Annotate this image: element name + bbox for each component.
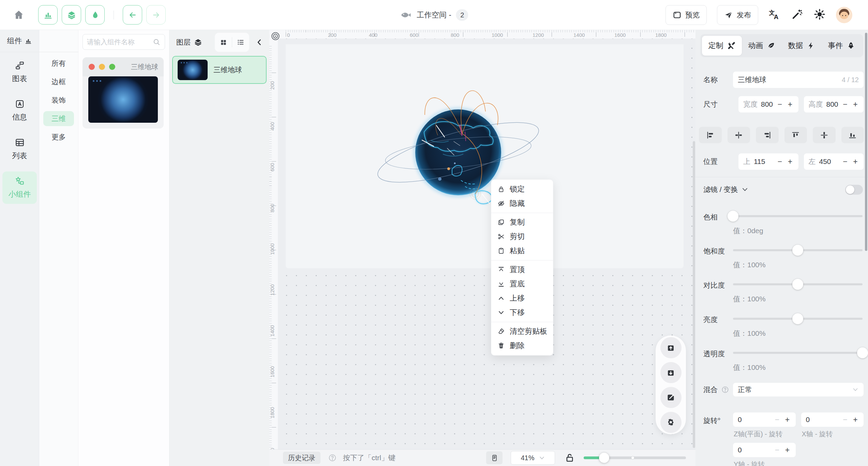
slider-thumb[interactable] [857, 347, 868, 358]
slider-track[interactable] [733, 215, 863, 217]
number-field-高度[interactable]: 高度800−+ [804, 96, 864, 112]
zoom-slider[interactable] [584, 453, 686, 463]
settings-button[interactable] [660, 412, 682, 433]
export-button[interactable] [660, 337, 682, 358]
increment-button[interactable]: + [786, 100, 794, 109]
slider-thumb[interactable] [792, 313, 803, 324]
tab-数据[interactable]: 数据 [782, 36, 822, 56]
preview-button[interactable]: 预览 [665, 5, 707, 25]
tab-事件[interactable]: 事件 [822, 36, 862, 56]
grid-view-button[interactable] [215, 33, 232, 52]
bar-chart-tool-button[interactable] [38, 5, 58, 25]
category-item-所有[interactable]: 所有 [43, 56, 74, 71]
align-h-center-button[interactable] [728, 127, 750, 143]
drop-tool-button[interactable] [85, 5, 105, 25]
increment-button[interactable]: + [786, 157, 794, 166]
help-icon[interactable] [721, 386, 729, 394]
align-v-center-button[interactable] [813, 127, 836, 143]
sun-button[interactable] [813, 8, 826, 22]
zoom-slider-thumb[interactable] [599, 453, 609, 463]
slider-track[interactable] [733, 352, 863, 354]
search-box[interactable] [83, 34, 165, 50]
decrement-button[interactable]: − [773, 415, 781, 424]
context-menu-item-置底[interactable]: 置底 [491, 277, 553, 291]
slider-thumb[interactable] [728, 211, 738, 222]
align-right-button[interactable] [756, 127, 779, 143]
collapse-panel-button[interactable] [254, 33, 265, 52]
wand-button[interactable] [791, 8, 803, 22]
number-field-上[interactable]: 上115−+ [738, 153, 798, 170]
increment-button[interactable]: + [783, 415, 792, 424]
align-left-button[interactable] [699, 127, 722, 143]
context-menu-item-复制[interactable]: 复制 [491, 215, 553, 229]
help-icon[interactable] [328, 453, 337, 462]
slider-thumb[interactable] [792, 245, 803, 256]
context-menu-item-删除[interactable]: 删除 [491, 339, 553, 353]
slider-thumb[interactable] [792, 279, 803, 290]
layers-tool-button[interactable] [62, 5, 81, 25]
decrement-button[interactable]: − [776, 100, 784, 109]
arrow-left-button[interactable] [123, 5, 142, 25]
number-field[interactable]: 0−+ [733, 412, 796, 427]
slider-track[interactable] [733, 249, 863, 251]
list-view-button[interactable] [232, 33, 249, 52]
home-icon[interactable] [13, 9, 25, 21]
increment-button[interactable]: + [851, 100, 859, 109]
layer-item[interactable]: 三维地球 [172, 56, 267, 84]
increment-button[interactable]: + [851, 415, 859, 424]
inspector-scrollbar[interactable] [865, 33, 867, 251]
decrement-button[interactable]: − [841, 100, 849, 109]
avatar[interactable] [836, 7, 852, 23]
sidebar-item-信息[interactable]: 信息 [2, 94, 37, 127]
align-bottom-button[interactable] [841, 127, 864, 143]
number-field-宽度[interactable]: 宽度800−+ [738, 96, 798, 112]
blend-select[interactable]: 正常 [733, 383, 864, 396]
context-menu-item-上移[interactable]: 上移 [491, 291, 553, 305]
search-input[interactable] [87, 38, 152, 46]
category-item-更多[interactable]: 更多 [43, 130, 74, 145]
number-field-左[interactable]: 左450−+ [804, 153, 864, 170]
context-menu-item-隐藏[interactable]: 隐藏 [491, 196, 553, 211]
sidebar-item-列表[interactable]: 列表 [2, 133, 37, 165]
lock-open-icon[interactable] [565, 453, 575, 463]
filter-transform-section[interactable]: 滤镜 / 变换 [703, 183, 863, 196]
context-menu-item-置顶[interactable]: 置顶 [491, 262, 553, 277]
canvas-area[interactable]: 0200400600800100012001400160018002000 20… [269, 30, 695, 466]
number-field[interactable]: 0−+ [801, 412, 864, 427]
name-input[interactable]: 三维地球 4 / 12 [733, 72, 864, 88]
history-button[interactable]: 历史记录 [283, 452, 320, 464]
import-button[interactable] [660, 362, 682, 383]
publish-button[interactable]: 发布 [717, 5, 758, 25]
increment-button[interactable]: + [783, 446, 792, 455]
align-top-button[interactable] [784, 127, 807, 143]
decrement-button[interactable]: − [773, 446, 781, 455]
sidebar-item-图表[interactable]: 图表 [2, 56, 37, 88]
context-menu-item-下移[interactable]: 下移 [491, 305, 553, 320]
category-item-装饰[interactable]: 装饰 [43, 93, 74, 108]
arrow-right-button[interactable] [146, 5, 166, 25]
component-card[interactable]: 三维地球 [83, 57, 164, 129]
decrement-button[interactable]: − [841, 415, 849, 424]
increment-button[interactable]: + [851, 157, 859, 166]
slider-track[interactable] [733, 283, 863, 285]
category-item-边框[interactable]: 边框 [43, 74, 74, 89]
context-menu-item-清空剪贴板[interactable]: 清空剪贴板 [491, 324, 553, 339]
number-field[interactable]: 0−+ [733, 443, 796, 457]
category-item-三维[interactable]: 三维 [43, 111, 74, 126]
decrement-button[interactable]: − [776, 157, 784, 166]
context-menu-item-剪切[interactable]: 剪切 [491, 229, 553, 244]
translate-button[interactable]: 文A [768, 8, 781, 22]
zoom-select[interactable]: 41% [511, 451, 555, 465]
context-menu-item-粘贴[interactable]: 粘贴 [491, 244, 553, 258]
tab-定制[interactable]: 定制 [702, 36, 742, 56]
decrement-button[interactable]: − [841, 157, 849, 166]
tab-动画[interactable]: 动画 [742, 36, 782, 56]
slider-track[interactable] [733, 318, 863, 320]
edit-button[interactable] [660, 387, 682, 408]
filter-toggle[interactable] [845, 185, 863, 195]
history-panel-button[interactable] [486, 451, 503, 464]
target-icon[interactable] [270, 31, 281, 42]
sidebar-item-小组件[interactable]: 小组件 [2, 171, 37, 204]
context-menu-item-锁定[interactable]: 锁定 [491, 182, 553, 196]
canvas-scrollbar[interactable] [693, 141, 695, 448]
